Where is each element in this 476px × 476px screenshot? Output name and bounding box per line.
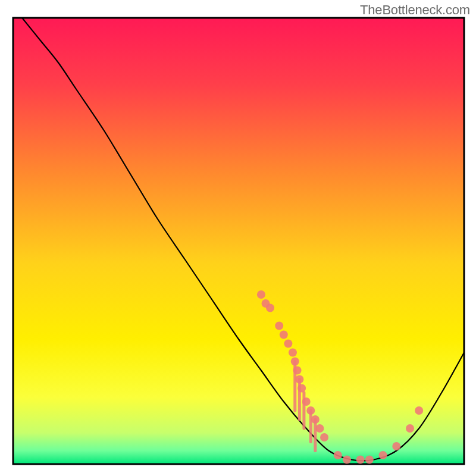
data-marker (315, 424, 324, 433)
data-marker (302, 397, 311, 406)
data-marker (356, 456, 365, 464)
data-marker (293, 367, 302, 375)
data-marker (343, 456, 351, 464)
attribution-text: TheBottleneck.com (360, 2, 470, 18)
data-marker (306, 406, 315, 415)
data-marker (284, 340, 292, 348)
plot-background (13, 18, 464, 464)
data-marker (379, 451, 387, 459)
data-marker (298, 384, 306, 393)
data-marker (311, 415, 320, 424)
data-marker (291, 358, 299, 366)
data-marker (406, 424, 414, 433)
data-marker (257, 290, 265, 299)
data-marker (280, 331, 288, 339)
data-marker (266, 304, 274, 312)
data-marker (295, 375, 303, 384)
chart-container: TheBottleneck.com (0, 0, 476, 476)
data-marker (289, 349, 297, 357)
data-marker (320, 433, 328, 441)
data-marker (415, 406, 423, 415)
data-marker (392, 442, 400, 450)
data-marker (365, 456, 374, 464)
data-marker (334, 451, 342, 459)
bottleneck-chart (0, 0, 476, 476)
data-marker (275, 322, 283, 330)
